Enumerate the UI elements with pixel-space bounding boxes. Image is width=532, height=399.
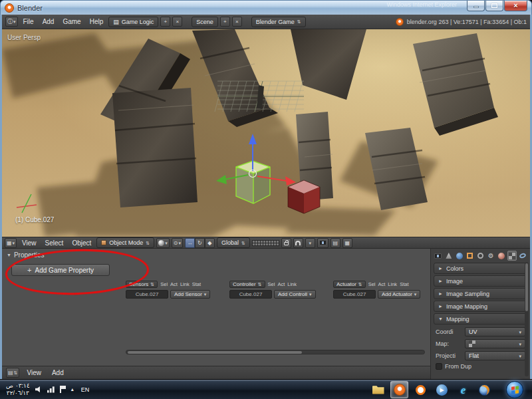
actuators-toggle-link[interactable]: Link <box>388 281 397 287</box>
screen-layout-selector[interactable]: ▤ Game Logic <box>108 17 158 27</box>
scene-selector[interactable]: Scene <box>192 17 218 27</box>
actuators-filter-dropdown[interactable]: Actuator ⇅ <box>333 281 366 288</box>
language-indicator[interactable]: EN <box>79 385 92 394</box>
panel-collapsed-icon: ► <box>438 291 443 296</box>
add-scene-button[interactable]: + <box>220 17 230 27</box>
object-menu[interactable]: Object <box>68 239 94 247</box>
controllers-filter-dropdown[interactable]: Controller ⇅ <box>229 281 265 288</box>
add-layout-button[interactable]: + <box>160 17 170 27</box>
actuators-toggle-stat[interactable]: Stat <box>400 281 408 287</box>
layers-widget[interactable] <box>252 240 279 246</box>
mode-dropdown[interactable]: Object Mode ⇅ <box>96 237 154 248</box>
render-camera-button[interactable] <box>317 238 329 248</box>
properties-vertical-scrollbar[interactable] <box>525 262 529 376</box>
snap-mode-dropdown[interactable]: ▾ <box>305 238 315 248</box>
scale-manipulator-button[interactable]: ◆ <box>205 238 215 248</box>
active-object-label: (1) Cube.027 <box>15 216 54 223</box>
taskbar-apps: ▶ e <box>369 381 493 398</box>
projection-dropdown[interactable]: Flat ▾ <box>465 351 525 360</box>
speaker-icon[interactable] <box>35 386 42 393</box>
from-dup-label: From Dup <box>445 363 471 370</box>
snap-toggle-button[interactable] <box>293 238 303 248</box>
sensors-filter-dropdown[interactable]: Sensors ⇅ <box>126 281 158 288</box>
viewport-scene[interactable] <box>2 29 530 237</box>
sensors-toggle-sel[interactable]: Sel <box>160 281 168 287</box>
minimize-button[interactable] <box>467 1 485 11</box>
coordinates-dropdown[interactable]: UV ▾ <box>465 327 525 336</box>
controllers-toggle-link[interactable]: Link <box>287 281 297 287</box>
taskbar-orange-app-icon[interactable] <box>412 381 430 398</box>
logic-add-menu[interactable]: Add <box>49 369 67 376</box>
add-controller-button[interactable]: Add Controll ▾ <box>274 290 316 299</box>
section-colors[interactable]: ► Colors <box>434 263 527 274</box>
tab-texture[interactable] <box>507 251 517 261</box>
taskbar-media-player-icon[interactable]: ▶ <box>433 381 451 398</box>
red-cube[interactable] <box>288 180 320 213</box>
tab-render[interactable] <box>434 251 443 261</box>
view-menu[interactable]: View <box>19 239 40 247</box>
engine-selector[interactable]: Blender Game ⇅ <box>251 17 306 27</box>
select-menu[interactable]: Select <box>42 239 67 247</box>
taskbar-clock[interactable]: ص ٠٣:١٤ ٣٢/٠٦/١٣ <box>6 382 30 397</box>
scrollbar-thumb[interactable] <box>128 351 302 354</box>
section-mapping[interactable]: ▼ Mapping <box>434 313 527 325</box>
editor-type-button[interactable]: ⓘ ▾ <box>5 17 18 27</box>
tab-object[interactable] <box>466 251 475 261</box>
file-menu[interactable]: File <box>20 18 37 25</box>
render-anim-button[interactable]: ▦ <box>342 238 352 248</box>
tab-physics[interactable] <box>518 251 527 261</box>
logic-horizontal-scrollbar[interactable] <box>126 350 425 354</box>
game-menu[interactable]: Game <box>59 18 84 25</box>
add-game-property-button[interactable]: + Add Game Property <box>11 264 110 276</box>
section-image[interactable]: ► Image <box>434 275 527 287</box>
unlink-layout-button[interactable]: × <box>172 17 182 27</box>
tab-constraints[interactable] <box>476 251 485 261</box>
taskbar-firefox-icon[interactable] <box>475 381 493 398</box>
rotate-manipulator-button[interactable]: ↻ <box>195 238 205 248</box>
tab-modifiers[interactable]: ⚙ <box>486 251 495 261</box>
taskbar-explorer-icon[interactable] <box>369 381 387 398</box>
tab-material[interactable] <box>497 251 506 261</box>
network-icon[interactable] <box>47 386 55 393</box>
add-menu[interactable]: Add <box>39 18 58 25</box>
unlink-scene-button[interactable]: × <box>232 17 242 27</box>
sensors-toggle-act[interactable]: Act <box>170 281 178 287</box>
translate-manipulator-button[interactable]: ↔ <box>185 238 195 248</box>
controllers-toggle-sel[interactable]: Sel <box>268 281 275 287</box>
help-menu[interactable]: Help <box>86 18 107 25</box>
editor-type-button[interactable]: ▦ ▾ <box>5 238 17 248</box>
close-button[interactable]: × <box>504 1 527 11</box>
render-image-button[interactable]: ▤ <box>331 238 340 248</box>
properties-panel-header[interactable]: ▼ Properties <box>7 251 45 259</box>
scrollbar-thumb[interactable] <box>525 263 528 311</box>
start-button[interactable] <box>506 381 523 398</box>
action-center-flag-icon[interactable] <box>60 386 66 393</box>
pivot-dropdown[interactable]: ⊙ ▾ <box>172 238 183 248</box>
hidden-icons-arrow[interactable]: ▴ <box>71 386 74 392</box>
viewport-shading-dropdown[interactable]: ▾ <box>156 238 170 248</box>
actuators-toggle-act[interactable]: Act <box>378 281 386 287</box>
editor-type-button[interactable]: ▤ ⇅ <box>6 368 19 378</box>
section-image-sampling[interactable]: ► Image Sampling <box>434 288 527 299</box>
taskbar-blender-icon[interactable] <box>390 381 408 398</box>
lock-button[interactable] <box>281 238 291 248</box>
sensors-toggle-stat[interactable]: Stat <box>192 281 201 287</box>
translate-icon: ↔ <box>187 240 192 246</box>
3d-viewport[interactable]: User Persp (1) Cube.027 <box>2 29 530 237</box>
controllers-toggle-act[interactable]: Act <box>277 281 285 287</box>
orientation-dropdown[interactable]: Global ⇅ <box>217 237 250 248</box>
uv-map-dropdown[interactable]: ▾ <box>465 339 525 348</box>
scale-icon: ◆ <box>207 240 211 246</box>
taskbar-internet-explorer-icon[interactable]: e <box>454 381 472 398</box>
from-dup-checkbox[interactable] <box>436 363 442 370</box>
window-titlebar[interactable]: Blender Windows Internet Explorer × <box>0 0 532 15</box>
add-sensor-button[interactable]: Add Sensor ▾ <box>170 290 210 299</box>
maximize-button[interactable] <box>485 1 503 11</box>
logic-view-menu[interactable]: View <box>23 369 45 376</box>
tab-world[interactable] <box>455 251 464 261</box>
tab-scene[interactable] <box>444 251 454 261</box>
add-actuator-button[interactable]: Add Actuator ▾ <box>378 290 420 299</box>
sensors-toggle-link[interactable]: Link <box>180 281 190 287</box>
section-image-mapping[interactable]: ► Image Mapping <box>434 301 527 312</box>
actuators-toggle-sel[interactable]: Sel <box>368 281 376 287</box>
